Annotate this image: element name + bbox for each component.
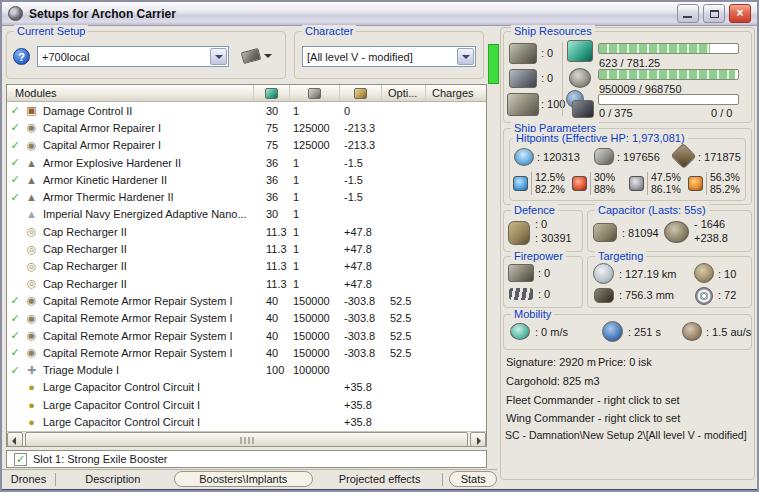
window-title: Setups for Archon Carrier [29,7,176,21]
module-row[interactable]: ✓ ◉ Capital Remote Armor Repair System I… [7,292,486,309]
close-button[interactable]: × [729,4,751,23]
tab-stats[interactable]: Stats [449,471,497,487]
module-name: Large Capacitor Control Circuit I [40,399,254,411]
module-cpu-value: 11.3 [254,278,290,290]
module-cpu-value: 11.3 [254,226,290,238]
character-combobox[interactable]: [All level V - modified] [302,46,476,67]
module-cap-value: +47.8 [340,226,382,238]
em-resist: 12.5%82.2% [513,172,565,195]
cpu-column-header[interactable] [254,85,290,101]
wing-commander-label[interactable]: Wing Commander - right click to set [506,412,680,424]
module-cap-value: -303.8 [340,330,382,342]
module-cpu-value: 30 [254,208,290,220]
charges-column-header[interactable]: Charges [426,85,486,101]
module-icon: ▲ [23,208,40,220]
booster-checkbox[interactable]: ✓ [14,453,27,466]
module-cpu-value: 36 [254,157,290,169]
module-row[interactable]: ✓ ◉ Capital Remote Armor Repair System I… [7,344,486,361]
cpu-icon [567,40,593,62]
module-cap-value: -213.3 [340,122,382,134]
module-row[interactable]: ● Large Capacitor Control Circuit I +35.… [7,413,486,430]
warp-speed-icon [682,322,702,341]
booster-slot1-label[interactable]: Slot 1: Strong Exile Booster [33,453,168,465]
defence-title: Defence [511,204,558,216]
module-name: Armor Kinetic Hardener II [40,174,254,186]
fitted-check-icon: ✓ [7,104,23,117]
turret-dps-value: : 0 [538,267,550,279]
setup-combobox[interactable]: +700local [37,46,229,67]
tab-projected-effects[interactable]: Projected effects [317,473,443,485]
module-row[interactable]: ✓ ▲ Armor Kinetic Hardener II 36 1 -1.5 [7,171,486,188]
module-row[interactable]: ✓ ◉ Capital Remote Armor Repair System I… [7,310,486,327]
module-powergrid-value: 1 [290,226,340,238]
module-row[interactable]: ✓ ◉ Capital Armor Repairer I 75 125000 -… [7,137,486,154]
squad-commander-label[interactable]: SC - Damnation\New Setup 2\[All level V … [505,429,747,441]
module-row[interactable]: ✓ ▲ Armor Explosive Hardener II 36 1 -1.… [7,154,486,171]
module-row[interactable]: ✓ ✚ Triage Module I 100 100000 [7,361,486,378]
scroll-right-button[interactable] [470,432,486,447]
horizontal-scrollbar[interactable] [7,431,486,446]
tab-drones[interactable]: Drones [2,473,55,485]
module-cap-value: +47.8 [340,278,382,290]
maximize-button[interactable] [703,4,725,23]
module-cpu-value: 11.3 [254,243,290,255]
module-row[interactable]: ◎ Cap Recharger II 11.3 1 +47.8 [7,275,486,292]
module-powergrid-value: 1 [290,191,340,203]
module-icon: ◉ [23,312,40,325]
drone-bandwidth-value: 0 / 0 [711,107,732,119]
modules-column-header[interactable]: Modules [7,85,254,101]
module-row[interactable]: ✓ ◉ Capital Armor Repairer I 75 125000 -… [7,119,486,136]
capacitor-group: Capacitor (Lasts: 55s) : 81094 - 1646 +2… [587,210,752,252]
module-row[interactable]: ◎ Cap Recharger II 11.3 1 +47.8 [7,258,486,275]
max-velocity-icon [510,323,530,340]
em-resist-armor: 82.2% [535,183,565,195]
capacitor-column-header[interactable] [340,85,382,101]
scrollbar-thumb[interactable] [25,432,468,447]
module-row[interactable]: ✓ ▲ Armor Thermic Hardener II 36 1 -1.5 [7,188,486,205]
powergrid-icon [308,88,321,99]
help-button[interactable]: ? [13,48,30,65]
module-row[interactable]: ● Large Capacitor Control Circuit I +35.… [7,379,486,396]
thermal-resist-shield: 30% [594,171,615,183]
scroll-left-button[interactable] [7,432,23,447]
explosive-resist: 56.3%85.2% [688,172,740,195]
character-status-bar [488,44,499,84]
module-row[interactable]: ◎ Cap Recharger II 11.3 1 +47.8 [7,223,486,240]
module-icon: ◎ [23,260,40,273]
scrollbar-grip-icon [240,437,254,444]
chevron-down-icon[interactable] [457,48,474,65]
tank-icon [508,221,530,245]
chevron-down-icon[interactable] [210,48,227,65]
minimize-button[interactable] [677,4,699,23]
module-icon: ◎ [23,243,40,256]
drone-icon [572,100,594,118]
align-time-icon [602,321,623,342]
powergrid-bar [598,69,739,80]
module-name: Damage Control II [40,105,254,117]
fleet-commander-label[interactable]: Fleet Commander - right click to set [506,394,680,406]
module-powergrid-value: 1 [290,278,340,290]
module-cpu-value: 40 [254,295,290,307]
targeting-title: Targeting [595,250,646,262]
explosive-resist-armor: 85.2% [710,183,740,195]
dronebay-usage-value: 0 / 375 [599,107,633,119]
module-row[interactable]: ● Large Capacitor Control Circuit I +35.… [7,396,486,413]
tab-boosters-implants[interactable]: Boosters\Implants [174,471,313,487]
module-icon: ◉ [23,346,40,359]
module-row[interactable]: ▲ Imperial Navy Energized Adaptive Nano.… [7,206,486,223]
align-time-value: : 251 s [628,326,661,338]
tab-description[interactable]: Description [56,473,170,485]
minimize-icon [683,16,692,18]
module-powergrid-value: 1 [290,260,340,272]
module-icon: ◉ [23,139,40,152]
right-panel: Ship Resources : 0 : 0 : 100 623 / 781.2… [500,27,755,480]
powergrid-column-header[interactable] [290,85,340,101]
module-cap-value: -303.8 [340,295,382,307]
setup-tools-button[interactable] [236,45,278,67]
module-powergrid-value: 150000 [290,312,340,324]
capacitor-recharge-icon [664,221,689,243]
module-row[interactable]: ✓ ▣ Damage Control II 30 1 0 [7,102,486,119]
module-row[interactable]: ◎ Cap Recharger II 11.3 1 +47.8 [7,240,486,257]
optimal-column-header[interactable]: Opti... [382,85,426,101]
module-row[interactable]: ✓ ◉ Capital Remote Armor Repair System I… [7,327,486,344]
